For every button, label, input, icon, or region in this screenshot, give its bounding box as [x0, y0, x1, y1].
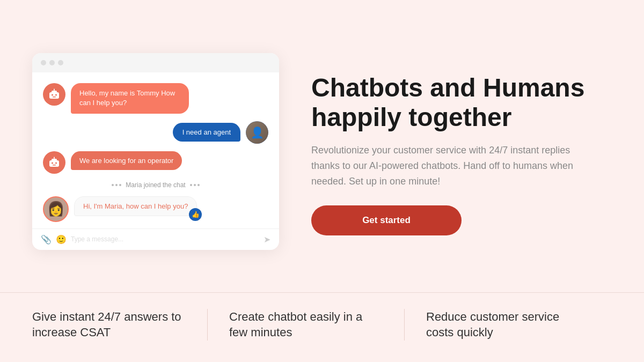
hero-description: Revolutionize your customer service with… — [311, 143, 601, 189]
hero-title: Chatbots and Humans happily together — [311, 73, 601, 132]
svg-rect-4 — [53, 97, 56, 98]
bot-greeting-bubble: Hello, my name is Tommy How can I help y… — [71, 83, 189, 113]
user-message-row: I need an agent 👤 — [43, 121, 268, 144]
agent-greeting-text: Hi, I'm Maria, how can I help you? — [83, 202, 188, 210]
page-container: Hello, my name is Tommy How can I help y… — [0, 0, 644, 362]
bot-icon-2 — [48, 156, 61, 169]
agent-message-row: 👩 Hi, I'm Maria, how can I help you? 👍 — [43, 196, 268, 222]
send-icon[interactable]: ➤ — [264, 234, 270, 245]
system-message-text: Maria joined the chat — [126, 181, 185, 189]
bot-greeting-row: Hello, my name is Tommy How can I help y… — [43, 83, 268, 113]
system-message-row: Maria joined the chat — [43, 181, 268, 189]
bot-searching-text: We are looking for an operator — [79, 157, 173, 165]
chat-input[interactable]: Type a message... — [71, 235, 259, 243]
window-dot-2 — [49, 60, 55, 65]
agent-avatar: 👩 — [43, 196, 69, 222]
svg-point-3 — [55, 94, 57, 96]
window-dot-1 — [41, 60, 46, 65]
svg-point-13 — [54, 157, 55, 158]
emoji-icon[interactable]: 🙂 — [56, 234, 67, 245]
agent-bubble: Hi, I'm Maria, how can I help you? 👍 — [74, 196, 197, 216]
chat-footer[interactable]: 📎 🙂 Type a message... ➤ — [32, 228, 279, 250]
feature-item-2: Create chatbot easily in a few minutes — [229, 309, 405, 341]
agent-avatar-face: 👩 — [47, 201, 64, 217]
chat-header-bar — [32, 53, 279, 72]
bot-avatar — [43, 83, 65, 106]
feature-item-1: Give instant 24/7 answers to increase CS… — [32, 309, 208, 341]
svg-point-6 — [54, 89, 55, 90]
hero-section: Hello, my name is Tommy How can I help y… — [0, 0, 644, 292]
bot-searching-row: We are looking for an operator — [43, 151, 268, 174]
svg-rect-8 — [52, 159, 57, 161]
chat-body: Hello, my name is Tommy How can I help y… — [32, 72, 279, 228]
window-dot-3 — [58, 60, 63, 65]
bot-icon — [48, 88, 61, 101]
attachment-icon[interactable]: 📎 — [41, 234, 52, 245]
bot-searching-bubble: We are looking for an operator — [71, 151, 182, 170]
user-message-text: I need an agent — [182, 128, 231, 136]
bot-avatar-2 — [43, 151, 65, 174]
dots-right — [190, 184, 200, 186]
user-bubble: I need an agent — [173, 123, 240, 142]
bot-greeting-text: Hello, my name is Tommy How can I help y… — [79, 89, 175, 107]
hero-content: Chatbots and Humans happily together Rev… — [311, 68, 601, 235]
svg-point-10 — [55, 162, 57, 164]
feature-text-1: Give instant 24/7 answers to increase CS… — [32, 309, 186, 341]
feature-text-3: Reduce customer service costs quickly — [426, 309, 580, 341]
svg-point-9 — [52, 162, 53, 164]
user-avatar-face: 👤 — [246, 121, 268, 144]
thumbs-up-icon: 👍 — [189, 208, 202, 221]
feature-text-2: Create chatbot easily in a few minutes — [229, 309, 383, 341]
user-avatar: 👤 — [246, 121, 268, 144]
svg-rect-1 — [52, 91, 57, 93]
feature-item-3: Reduce customer service costs quickly — [426, 309, 601, 341]
get-started-button[interactable]: Get started — [311, 205, 462, 235]
features-section: Give instant 24/7 answers to increase CS… — [0, 292, 644, 362]
svg-rect-11 — [53, 165, 56, 166]
chat-mockup: Hello, my name is Tommy How can I help y… — [32, 53, 279, 249]
dots-left — [112, 184, 121, 186]
svg-point-2 — [52, 94, 53, 96]
